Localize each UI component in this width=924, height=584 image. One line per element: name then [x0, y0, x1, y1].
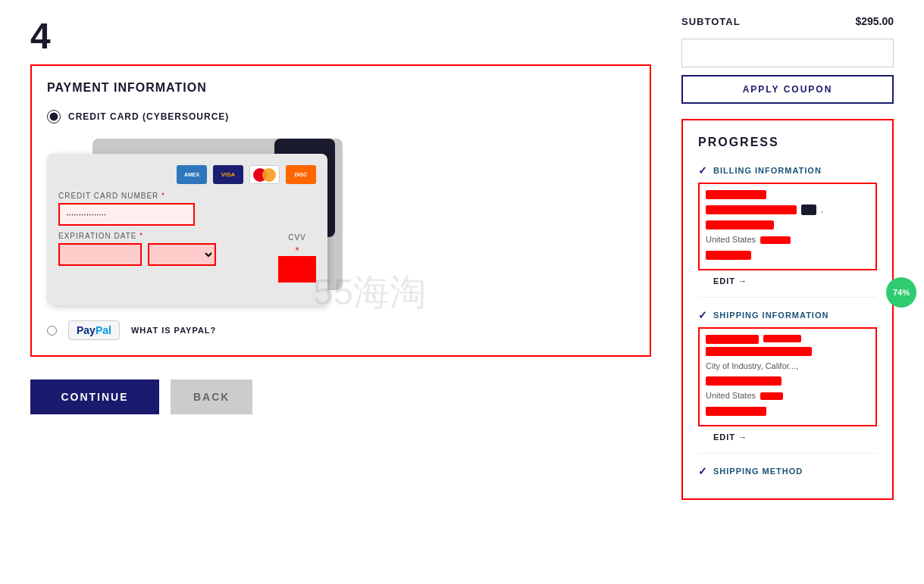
payment-info-title: PAYMENT INFORMATION — [47, 81, 634, 95]
ship-line-3 — [706, 376, 781, 386]
cvv-label: CVV — [278, 233, 316, 242]
paypal-radio[interactable] — [47, 326, 57, 336]
cc-number-label: CREDIT CARD NUMBER * — [58, 192, 316, 200]
action-buttons: CONTINUE BACK — [30, 379, 651, 414]
shipping-check-icon: ✓ — [698, 309, 707, 321]
amex-logo: AMEX — [177, 165, 207, 184]
shipping-info-label: SHIPPING INFORMATION — [713, 311, 828, 320]
credit-card-option[interactable]: CREDIT CARD (CYBERSOURCE) — [47, 110, 634, 123]
paypal-logo: PayPal — [68, 320, 120, 340]
credit-card-radio[interactable] — [47, 110, 61, 123]
ship-country-redact — [760, 392, 783, 400]
expiry-year-select[interactable] — [148, 243, 216, 266]
payment-info-box: PAYMENT INFORMATION CREDIT CARD (CYBERSO… — [30, 64, 651, 357]
billing-line-4 — [706, 251, 751, 260]
what-is-paypal-link[interactable]: WHAT IS PAYPAL? — [131, 326, 216, 335]
progress-title: PROGRESS — [698, 136, 877, 149]
subtotal-label: SUBTOTAL — [681, 16, 741, 27]
shipping-method-check: ✓ — [698, 465, 707, 477]
step-number: 4 — [30, 15, 651, 57]
billing-line-1 — [706, 190, 766, 199]
credit-card-label: CREDIT CARD (CYBERSOURCE) — [68, 111, 229, 122]
mastercard-logo — [249, 165, 280, 184]
card-front: AMEX VISA DISC CREDIT CARD NUMBER * — [47, 154, 327, 305]
apply-coupon-button[interactable]: APPLY COUPON — [681, 75, 894, 104]
billing-country-redact — [760, 236, 791, 244]
visa-logo: VISA — [213, 165, 243, 184]
billing-address-block: , United States — [698, 183, 877, 270]
billing-header: ✓ BILLING INFORMATION — [698, 164, 877, 176]
shipping-progress-item: ✓ SHIPPING INFORMATION City of Industry,… — [698, 309, 877, 454]
ship-line-1a — [706, 335, 759, 344]
shipping-method-label: SHIPPING METHOD — [713, 467, 803, 476]
subtotal-row: SUBTOTAL $295.00 — [681, 15, 894, 27]
right-sidebar: SUBTOTAL $295.00 APPLY COUPON PROGRESS ✓… — [681, 15, 894, 500]
billing-icon — [801, 205, 816, 215]
progress-box: PROGRESS ✓ BILLING INFORMATION , — [681, 119, 894, 500]
expiry-month-input[interactable] — [58, 243, 142, 266]
shipping-edit-link[interactable]: EDIT → — [713, 433, 877, 442]
ship-line-4 — [706, 407, 766, 416]
paypal-option: PayPal WHAT IS PAYPAL? — [47, 320, 634, 340]
shipping-address-block: City of Industry, Califor..., United Sta… — [698, 327, 877, 427]
expiry-label: EXPIRATION DATE * — [58, 232, 316, 240]
billing-line-3 — [706, 220, 774, 230]
card-logos: AMEX VISA DISC — [58, 165, 316, 184]
discover-logo: DISC — [286, 165, 316, 184]
shipping-method-header: ✓ SHIPPING METHOD — [698, 465, 877, 477]
billing-info-label: BILLING INFORMATION — [713, 166, 822, 175]
subtotal-amount: $295.00 — [855, 15, 894, 27]
billing-edit-link[interactable]: EDIT → — [713, 276, 877, 286]
credit-card-number-input[interactable] — [58, 203, 195, 226]
ship-line-2 — [706, 347, 812, 356]
coupon-input[interactable] — [681, 39, 894, 67]
back-button[interactable]: BACK — [171, 379, 252, 414]
shipping-method-item: ✓ SHIPPING METHOD — [698, 465, 877, 477]
ship-line-1b — [763, 335, 801, 342]
credit-card-visual: AMEX VISA DISC CREDIT CARD NUMBER * — [47, 139, 335, 305]
progress-circle: 74% — [886, 277, 916, 308]
continue-button[interactable]: CONTINUE — [30, 379, 159, 414]
cvv-input-box[interactable] — [278, 256, 316, 283]
expiry-row — [58, 243, 316, 266]
billing-progress-item: ✓ BILLING INFORMATION , United States — [698, 164, 877, 298]
billing-line-2 — [706, 205, 797, 214]
billing-check-icon: ✓ — [698, 164, 707, 176]
cvv-required: * — [278, 245, 316, 256]
cvv-section: CVV * — [278, 233, 316, 283]
shipping-header: ✓ SHIPPING INFORMATION — [698, 309, 877, 321]
